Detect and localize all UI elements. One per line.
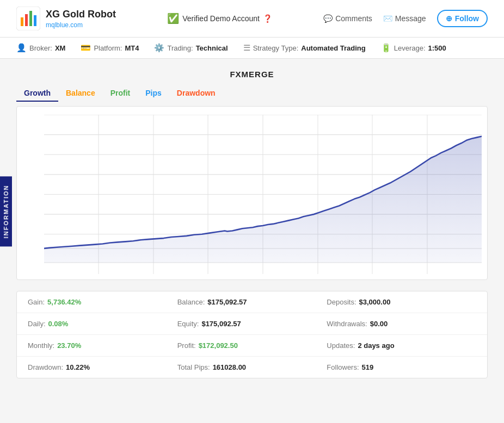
- chart-area: 7k 6k 5k 4k 3k 2k 1k 0 -1k: [16, 106, 488, 280]
- app-domain: mqlblue.com: [46, 21, 83, 29]
- strategy-icon: ☰: [243, 43, 250, 53]
- stat-gain: Gain: 5,736.42%: [28, 298, 177, 306]
- stat-monthly: Monthly: 23.70%: [28, 341, 177, 350]
- total-pips-value: 161028.00: [213, 363, 246, 371]
- tab-pips[interactable]: Pips: [138, 85, 169, 102]
- stat-total-pips: Total Pips: 161028.00: [177, 363, 327, 371]
- stat-profit: Profit: $172,092.50: [177, 341, 327, 350]
- leverage-item: 🔋 Leverage: 1:500: [381, 43, 446, 53]
- stats-row-3: Monthly: 23.70% Profit: $172,092.50 Upda…: [17, 335, 487, 357]
- gain-value: 5,736.42%: [47, 298, 81, 306]
- verified-label: Verified Demo Account: [182, 14, 260, 23]
- balance-label: Balance:: [177, 298, 205, 306]
- leverage-icon: 🔋: [381, 43, 391, 53]
- stat-updates: Updates: 2 days ago: [327, 341, 476, 350]
- withdrawals-value: $0.00: [370, 320, 388, 328]
- balance-value: $175,092.57: [207, 298, 247, 306]
- comments-label: Comments: [335, 14, 372, 23]
- verified-icon: ✅: [167, 13, 179, 24]
- side-information-label: INFORMATION: [0, 177, 12, 247]
- stat-balance: Balance: $175,092.57: [177, 298, 327, 306]
- deposits-label: Deposits:: [327, 298, 356, 306]
- stats-row-1: Gain: 5,736.42% Balance: $175,092.57 Dep…: [17, 291, 487, 313]
- follow-label: Follow: [455, 14, 479, 23]
- trading-value: Technical: [196, 44, 228, 52]
- main-content: FXMERGE Growth Balance Profit Pips Drawd…: [0, 59, 504, 389]
- stat-deposits: Deposits: $3,000.00: [327, 298, 476, 306]
- strategy-label: Strategy Type:: [253, 44, 299, 52]
- drawdown-value: 10.22%: [66, 363, 90, 371]
- verified-badge-area: ✅ Verified Demo Account ❓: [167, 13, 272, 24]
- trading-item: ⚙️ Trading: Technical: [154, 43, 228, 53]
- broker-icon: 👤: [16, 43, 27, 53]
- chart-svg: 7k 6k 5k 4k 3k 2k 1k 0 -1k: [44, 115, 482, 274]
- followers-value: 519: [362, 363, 374, 371]
- stat-withdrawals: Withdrawals: $0.00: [327, 320, 476, 328]
- trading-icon: ⚙️: [154, 43, 164, 53]
- meta-bar: 👤 Broker: XM 💳 Platform: MT4 ⚙️ Trading:…: [0, 38, 504, 59]
- svg-rect-3: [29, 11, 32, 26]
- deposits-value: $3,000.00: [359, 298, 391, 306]
- broker-label: Broker:: [29, 44, 52, 52]
- tab-balance[interactable]: Balance: [58, 85, 103, 102]
- stat-drawdown: Drawdown: 10.22%: [28, 363, 177, 371]
- message-label: Message: [395, 14, 426, 23]
- platform-value: MT4: [125, 44, 139, 52]
- strategy-value: Automated Trading: [301, 44, 365, 52]
- chart-title: FXMERGE: [16, 70, 488, 79]
- comments-icon: 💬: [323, 14, 333, 23]
- comments-button[interactable]: 💬 Comments: [323, 14, 372, 23]
- strategy-item: ☰ Strategy Type: Automated Trading: [243, 43, 366, 53]
- updates-label: Updates:: [327, 341, 355, 350]
- logo-area: XG Gold Robot mqlblue.com: [16, 7, 116, 30]
- platform-icon: 💳: [81, 43, 91, 53]
- broker-item: 👤 Broker: XM: [16, 43, 65, 53]
- stats-panel: Gain: 5,736.42% Balance: $175,092.57 Dep…: [16, 291, 488, 378]
- equity-label: Equity:: [177, 320, 199, 328]
- daily-label: Daily:: [28, 320, 46, 328]
- stats-row-2: Daily: 0.08% Equity: $175,092.57 Withdra…: [17, 313, 487, 335]
- message-button[interactable]: ✉️ Message: [383, 14, 426, 23]
- chart-tabs: Growth Balance Profit Pips Drawdown: [16, 85, 488, 102]
- svg-rect-4: [34, 15, 36, 26]
- platform-item: 💳 Platform: MT4: [81, 43, 139, 53]
- platform-label: Platform:: [94, 44, 122, 52]
- profit-label: Profit:: [177, 341, 196, 350]
- stat-equity: Equity: $175,092.57: [177, 320, 327, 328]
- plus-icon: ⊕: [446, 14, 452, 23]
- help-icon[interactable]: ❓: [263, 14, 272, 23]
- tab-profit[interactable]: Profit: [103, 85, 138, 102]
- stat-daily: Daily: 0.08%: [28, 320, 177, 328]
- withdrawals-label: Withdrawals:: [327, 320, 367, 328]
- gain-label: Gain:: [28, 298, 45, 306]
- message-icon: ✉️: [383, 14, 392, 23]
- monthly-label: Monthly:: [28, 341, 54, 350]
- svg-rect-0: [16, 7, 40, 30]
- stat-followers: Followers: 519: [327, 363, 476, 371]
- stats-row-4: Drawdown: 10.22% Total Pips: 161028.00 F…: [17, 357, 487, 378]
- tab-growth[interactable]: Growth: [16, 85, 58, 102]
- total-pips-label: Total Pips:: [177, 363, 210, 371]
- tab-drawdown[interactable]: Drawdown: [169, 85, 223, 102]
- header-actions: 💬 Comments ✉️ Message ⊕ Follow: [323, 10, 488, 27]
- leverage-value: 1:500: [428, 44, 446, 52]
- svg-rect-2: [25, 14, 28, 26]
- followers-label: Followers:: [327, 363, 359, 371]
- follow-button[interactable]: ⊕ Follow: [437, 10, 488, 27]
- profit-value: $172,092.50: [199, 341, 238, 350]
- broker-value: XM: [55, 44, 66, 52]
- updates-value: 2 days ago: [358, 341, 394, 350]
- header: XG Gold Robot mqlblue.com ✅ Verified Dem…: [0, 0, 504, 38]
- monthly-value: 23.70%: [57, 341, 81, 350]
- drawdown-label: Drawdown:: [28, 363, 63, 371]
- daily-value: 0.08%: [48, 320, 69, 328]
- leverage-label: Leverage:: [394, 44, 426, 52]
- app-logo: [16, 7, 40, 30]
- svg-rect-1: [21, 17, 23, 26]
- logo-text: XG Gold Robot mqlblue.com: [46, 9, 116, 29]
- app-name: XG Gold Robot: [46, 9, 116, 20]
- trading-label: Trading:: [167, 44, 193, 52]
- equity-value: $175,092.57: [201, 320, 241, 328]
